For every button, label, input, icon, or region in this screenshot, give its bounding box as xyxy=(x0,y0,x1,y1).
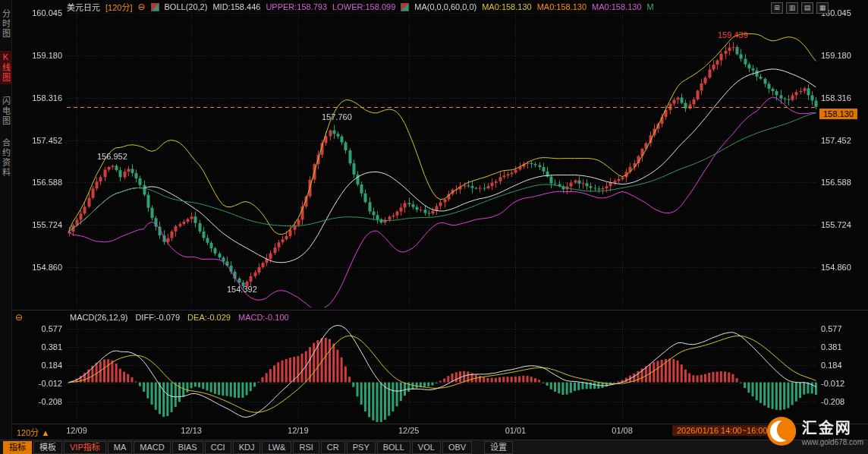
macd-axis-label: 0.577 xyxy=(821,324,866,333)
price-axis-label: 154.860 xyxy=(821,263,866,272)
macd-axis-label: 0.381 xyxy=(821,342,866,352)
time-axis-period[interactable]: 120分 ▲ xyxy=(17,426,49,438)
left-rail: 分时图K线图闪电图合约资料 xyxy=(0,0,12,440)
time-axis-label: 12/25 xyxy=(398,426,420,435)
last-price-badge: 158.130 xyxy=(819,109,857,119)
brand-logo: 汇金网 www.gold678.com xyxy=(767,416,863,446)
time-axis: 120分 ▲ 2026/01/16 14:00~16:00 12/0912/13… xyxy=(0,424,868,438)
boll-upper-value: UPPER:158.793 xyxy=(266,2,327,11)
toolbar-tab-PSY[interactable]: PSY xyxy=(347,441,376,454)
ma-indicator-icon[interactable] xyxy=(401,3,409,11)
macd-value: MACD:-0.100 xyxy=(238,313,289,322)
toolbar-tab-KDJ[interactable]: KDJ xyxy=(233,441,261,454)
ma-group-label: MA(0,0,0,60,0,0) xyxy=(414,2,476,11)
boll-mid-value: MID:158.446 xyxy=(212,2,260,11)
macd-axis-label: 0.184 xyxy=(18,361,62,370)
macd-collapse-icon[interactable]: ⊖ xyxy=(15,313,23,322)
rail-tab-flash[interactable]: 闪电图 xyxy=(0,96,12,126)
price-axis-label: 157.452 xyxy=(821,136,866,145)
toolbar-tab-指标[interactable]: 指标 xyxy=(3,441,32,454)
price-axis-label: 159.180 xyxy=(18,51,62,60)
trading-terminal: 分时图K线图闪电图合约资料 美元日元 [120分] ⊖ BOLL(20,2) M… xyxy=(0,0,868,454)
rail-tab-contract[interactable]: 合约资料 xyxy=(0,138,12,178)
macd-title: MACD(26,12,9) xyxy=(70,313,127,322)
toolbar-tab-LW&[interactable]: LW& xyxy=(262,441,291,454)
macd-diff-value: DIFF:-0.079 xyxy=(135,313,180,322)
time-axis-label: 01/08 xyxy=(612,426,633,435)
price-chart-canvas[interactable] xyxy=(0,0,868,454)
macd-axis-label: 0.381 xyxy=(18,342,62,352)
period-label: [120分] xyxy=(105,1,132,13)
price-axis-label: 155.724 xyxy=(821,220,866,229)
macd-axis-label: 0.184 xyxy=(821,361,866,370)
toolbar-tab-BOLL[interactable]: BOLL xyxy=(377,441,410,454)
price-axis-label: 159.180 xyxy=(821,51,866,60)
rail-tab-fenshi[interactable]: 分时图 xyxy=(0,9,12,39)
time-axis-label: 12/19 xyxy=(288,426,309,435)
boll-indicator-icon[interactable] xyxy=(151,3,159,11)
price-annotation: 154.392 xyxy=(227,285,257,294)
time-axis-label: 12/13 xyxy=(181,426,202,435)
current-candle-time: 2026/01/16 14:00~16:00 xyxy=(672,425,772,436)
boll-label: BOLL(20,2) xyxy=(165,2,208,11)
macd-header: MACD(26,12,9) DIFF:-0.079 DEA:-0.029 MAC… xyxy=(70,313,289,322)
price-axis-label: 156.588 xyxy=(821,178,866,187)
price-annotation: 159.439 xyxy=(718,30,748,39)
brand-site: www.gold678.com xyxy=(802,438,863,446)
macd-axis-label: 0.577 xyxy=(18,324,62,333)
price-annotation: 157.760 xyxy=(322,112,352,121)
ma-value-1: MA0:158.130 xyxy=(482,2,531,11)
time-axis-label: 12/09 xyxy=(66,426,87,435)
macd-axis-label: -0.012 xyxy=(821,379,866,388)
macd-axis-label: -0.012 xyxy=(18,379,62,388)
price-axis-label: 157.452 xyxy=(18,136,62,145)
toolbar-tab-MA[interactable]: MA xyxy=(108,441,133,454)
grid-layout-icon[interactable]: ▥ xyxy=(786,2,798,14)
toolbar-tab-设置[interactable]: 设置 xyxy=(484,441,513,454)
price-axis-label: 158.316 xyxy=(18,93,62,102)
price-axis-label: 155.724 xyxy=(18,220,62,229)
toolbar-tab-BIAS[interactable]: BIAS xyxy=(172,441,203,454)
brand-name: 汇金网 xyxy=(802,416,863,438)
rail-tab-kline[interactable]: K线图 xyxy=(0,51,12,84)
macd-axis-label: -0.208 xyxy=(18,397,62,406)
toolbar-tab-CCI[interactable]: CCI xyxy=(205,441,231,454)
huijin-logo-icon xyxy=(767,417,796,446)
toolbar-tab-MACD[interactable]: MACD xyxy=(134,441,170,454)
symbol-title: 美元日元 xyxy=(67,1,100,13)
price-axis-label: 160.045 xyxy=(18,8,62,17)
price-axis-label: 156.588 xyxy=(18,178,62,187)
ma-value-2: MA0:158.130 xyxy=(537,2,587,11)
collapse-icon[interactable]: ⊖ xyxy=(137,2,145,11)
add-window-icon[interactable]: ⊞ xyxy=(771,2,783,14)
toolbar-tab-RSI[interactable]: RSI xyxy=(293,441,319,454)
ma-tail-label: M xyxy=(647,2,654,11)
table-layout-icon[interactable]: ▦ xyxy=(816,2,829,14)
ma-value-3: MA0:158.130 xyxy=(592,2,641,11)
price-annotation: 156.952 xyxy=(97,152,127,161)
time-axis-label: 01/01 xyxy=(505,426,527,435)
toolbar-tab-VIP指标[interactable]: VIP指标 xyxy=(64,441,106,454)
toolbar-tab-CR[interactable]: CR xyxy=(321,441,345,454)
indicator-toolbar: 指标模板VIP指标MAMACDBIASCCIKDJLW&RSICRPSYBOLL… xyxy=(0,440,868,454)
window-layout-buttons: ⊞▥▤▦ xyxy=(771,2,829,14)
toolbar-tab-VOL[interactable]: VOL xyxy=(412,441,441,454)
toolbar-tab-OBV[interactable]: OBV xyxy=(442,441,472,454)
macd-dea-value: DEA:-0.029 xyxy=(187,313,231,322)
price-axis-label: 154.860 xyxy=(18,263,62,272)
price-axis-label: 158.316 xyxy=(821,93,866,102)
macd-axis-label: -0.208 xyxy=(821,397,866,406)
boll-lower-value: LOWER:158.099 xyxy=(332,2,395,11)
toolbar-tab-模板[interactable]: 模板 xyxy=(33,441,62,454)
chart-header: 美元日元 [120分] ⊖ BOLL(20,2) MID:158.446 UPP… xyxy=(67,2,654,12)
up-triangle-icon: ▲ xyxy=(41,428,49,437)
rows-layout-icon[interactable]: ▤ xyxy=(801,2,813,14)
